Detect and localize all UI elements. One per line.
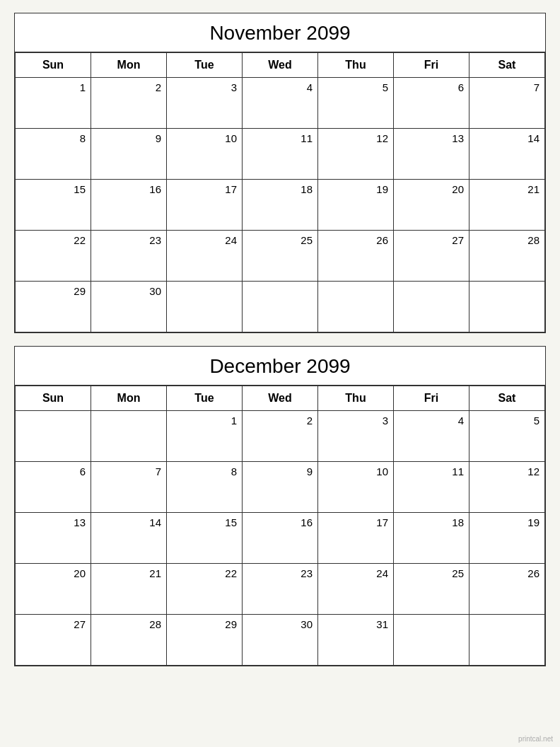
calendar-day[interactable]: 12	[469, 462, 545, 513]
december-body: 1234567891011121314151617181920212223242…	[16, 411, 545, 666]
table-row: 20212223242526	[16, 564, 545, 615]
table-row: 891011121314	[16, 129, 545, 180]
calendar-day[interactable]: 16	[243, 513, 318, 564]
november-calendar: November 2099 Sun Mon Tue Wed Thu Fri Sa…	[14, 13, 546, 333]
calendar-day[interactable]: 5	[318, 78, 394, 129]
calendar-day[interactable]: 8	[16, 129, 91, 180]
calendar-day[interactable]: 20	[16, 564, 91, 615]
nov-col-thu: Thu	[318, 53, 394, 78]
december-header-row: Sun Mon Tue Wed Thu Fri Sat	[16, 386, 545, 411]
calendar-day[interactable]: 6	[16, 462, 91, 513]
november-title: November 2099	[15, 13, 545, 52]
calendar-day[interactable]: 17	[318, 513, 394, 564]
calendar-day[interactable]: 10	[167, 129, 243, 180]
dec-col-sat: Sat	[469, 386, 545, 411]
calendar-day[interactable]	[394, 282, 469, 332]
calendar-day[interactable]: 23	[243, 564, 318, 615]
table-row: 6789101112	[16, 462, 545, 513]
calendar-day[interactable]: 18	[394, 513, 469, 564]
calendar-day[interactable]	[91, 411, 167, 462]
calendar-day[interactable]: 4	[394, 411, 469, 462]
dec-col-tue: Tue	[167, 386, 243, 411]
calendar-day[interactable]	[469, 615, 545, 666]
table-row: 22232425262728	[16, 231, 545, 282]
nov-col-mon: Mon	[91, 53, 167, 78]
calendar-day[interactable]	[469, 282, 545, 332]
table-row: 2930	[16, 282, 545, 332]
calendar-day[interactable]: 7	[91, 462, 167, 513]
calendar-day[interactable]: 1	[167, 411, 243, 462]
calendar-day[interactable]: 25	[394, 564, 469, 615]
calendar-day[interactable]: 24	[318, 564, 394, 615]
calendar-day[interactable]: 27	[394, 231, 469, 282]
table-row: 13141516171819	[16, 513, 545, 564]
calendar-day[interactable]: 27	[16, 615, 91, 666]
calendar-day[interactable]: 2	[91, 78, 167, 129]
nov-col-tue: Tue	[167, 53, 243, 78]
table-row: 12345	[16, 411, 545, 462]
december-title: December 2099	[15, 347, 545, 386]
calendar-day[interactable]: 16	[91, 180, 167, 231]
calendar-day[interactable]: 3	[167, 78, 243, 129]
table-row: 15161718192021	[16, 180, 545, 231]
calendar-day[interactable]: 6	[394, 78, 469, 129]
december-calendar: December 2099 Sun Mon Tue Wed Thu Fri Sa…	[14, 346, 546, 666]
table-row: 1234567	[16, 78, 545, 129]
calendar-day[interactable]: 14	[91, 513, 167, 564]
calendar-day[interactable]: 24	[167, 231, 243, 282]
calendar-day[interactable]: 7	[469, 78, 545, 129]
calendar-day[interactable]: 25	[243, 231, 318, 282]
calendar-day[interactable]: 26	[318, 231, 394, 282]
calendar-day[interactable]: 11	[394, 462, 469, 513]
calendar-day[interactable]	[243, 282, 318, 332]
calendar-day[interactable]	[318, 282, 394, 332]
calendar-day[interactable]: 13	[16, 513, 91, 564]
calendar-day[interactable]: 19	[318, 180, 394, 231]
calendar-day[interactable]	[394, 615, 469, 666]
calendar-day[interactable]: 15	[16, 180, 91, 231]
calendar-day[interactable]: 12	[318, 129, 394, 180]
dec-col-wed: Wed	[243, 386, 318, 411]
dec-col-mon: Mon	[91, 386, 167, 411]
calendar-day[interactable]: 20	[394, 180, 469, 231]
calendar-day[interactable]: 30	[243, 615, 318, 666]
calendar-day[interactable]: 28	[91, 615, 167, 666]
november-grid: Sun Mon Tue Wed Thu Fri Sat 123456789101…	[15, 52, 545, 332]
calendar-day[interactable]: 26	[469, 564, 545, 615]
calendar-day[interactable]: 15	[167, 513, 243, 564]
calendar-day[interactable]: 3	[318, 411, 394, 462]
table-row: 2728293031	[16, 615, 545, 666]
calendar-day[interactable]: 14	[469, 129, 545, 180]
calendar-day[interactable]: 21	[91, 564, 167, 615]
calendar-day[interactable]: 30	[91, 282, 167, 332]
calendar-day[interactable]: 9	[243, 462, 318, 513]
calendar-day[interactable]: 2	[243, 411, 318, 462]
calendar-day[interactable]	[16, 411, 91, 462]
calendar-day[interactable]: 5	[469, 411, 545, 462]
calendar-day[interactable]: 4	[243, 78, 318, 129]
calendar-day[interactable]: 29	[16, 282, 91, 332]
calendar-day[interactable]: 22	[16, 231, 91, 282]
calendar-day[interactable]: 1	[16, 78, 91, 129]
nov-col-fri: Fri	[394, 53, 469, 78]
watermark: printcal.net	[518, 735, 553, 743]
calendar-day[interactable]: 18	[243, 180, 318, 231]
calendar-day[interactable]: 13	[394, 129, 469, 180]
calendar-day[interactable]: 9	[91, 129, 167, 180]
december-grid: Sun Mon Tue Wed Thu Fri Sat 123456789101…	[15, 386, 545, 666]
calendar-day[interactable]	[167, 282, 243, 332]
calendar-day[interactable]: 29	[167, 615, 243, 666]
calendar-day[interactable]: 10	[318, 462, 394, 513]
calendar-day[interactable]: 11	[243, 129, 318, 180]
dec-col-sun: Sun	[16, 386, 91, 411]
calendar-day[interactable]: 23	[91, 231, 167, 282]
calendar-day[interactable]: 19	[469, 513, 545, 564]
calendar-day[interactable]: 17	[167, 180, 243, 231]
calendar-day[interactable]: 28	[469, 231, 545, 282]
calendar-day[interactable]: 21	[469, 180, 545, 231]
november-body: 1234567891011121314151617181920212223242…	[16, 78, 545, 332]
calendar-day[interactable]: 22	[167, 564, 243, 615]
calendar-day[interactable]: 8	[167, 462, 243, 513]
november-header-row: Sun Mon Tue Wed Thu Fri Sat	[16, 53, 545, 78]
calendar-day[interactable]: 31	[318, 615, 394, 666]
